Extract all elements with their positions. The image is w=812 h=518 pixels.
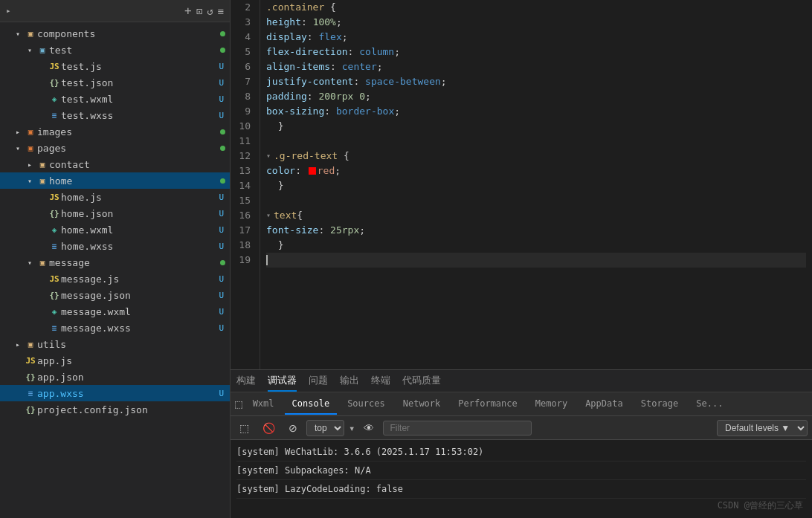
file-type-icon-message-wxml: ◈ [48,307,61,317]
file-name-message-json: message.json [61,290,219,301]
file-name-app-json: app.json [37,372,230,383]
line-number-9: 9 [236,104,251,119]
line-number-3: 3 [236,15,251,30]
devtools-tab-memory[interactable]: Memory [528,394,575,415]
code-line-10: } [266,119,806,134]
file-type-icon-test-folder: ▣ [36,45,49,55]
bottom-tab-issues[interactable]: 问题 [309,371,328,392]
tree-item-message-wxml[interactable]: ◈message.wxmlU [0,303,230,320]
dot-indicator-components [220,31,225,36]
file-name-pages: pages [37,143,230,154]
tree-item-pages[interactable]: ▾▣pages [0,140,230,156]
devtools-tab-more[interactable]: Se... [689,394,730,415]
tree-item-home-json[interactable]: {}home.jsonU [0,205,230,221]
tree-item-message-json[interactable]: {}message.jsonU [0,287,230,303]
badge-message-wxss: U [219,323,224,333]
tree-item-home-wxml[interactable]: ◈home.wxmlU [0,221,230,238]
tree-arrow-message-folder[interactable]: ▾ [24,259,36,267]
inspect-btn[interactable]: ⬚ [235,421,254,436]
bottom-tab-terminal[interactable]: 终端 [371,371,390,392]
refresh-btn[interactable]: ↺ [207,5,213,17]
tree-item-images[interactable]: ▸▣images [0,123,230,140]
tree-item-test-wxss[interactable]: ≡test.wxssU [0,107,230,123]
tree-item-message-folder[interactable]: ▾▣message [0,254,230,271]
tree-item-components[interactable]: ▾▣components [0,25,230,42]
devtools-tab-console[interactable]: Console [285,394,338,415]
tree-item-utils[interactable]: ▸▣utils [0,336,230,352]
tree-item-home-js[interactable]: JShome.jsU [0,189,230,205]
filter-input[interactable] [383,421,532,436]
more-btn[interactable]: ≡ [218,5,224,17]
file-name-home-wxss: home.wxss [61,241,219,252]
code-line-15 [266,193,806,208]
file-name-test-js: test.js [61,61,219,72]
line-number-16: 16 [236,208,251,223]
tree-arrow-contact[interactable]: ▸ [24,161,36,169]
tree-item-app-json[interactable]: {}app.json [0,369,230,385]
devtools-inspect-icon[interactable]: ⬚ [235,397,242,411]
badge-message-wxml: U [219,307,224,317]
file-name-home-js: home.js [61,192,219,203]
devtools-tab-storage[interactable]: Storage [634,394,686,415]
level-select[interactable]: Default levels ▼ [717,420,808,436]
css-value-9: border-box [336,104,394,119]
file-name-home-folder: home [49,175,230,187]
file-name-test-wxml: test.wxml [61,94,219,105]
add-file-btn[interactable]: + [184,4,192,18]
stop-btn[interactable]: ⊘ [284,421,302,436]
tree-arrow-components[interactable]: ▾ [12,30,24,38]
console-line: [system] Subpackages: N/A [236,462,806,480]
tree-item-test-wxml[interactable]: ◈test.wxmlU [0,91,230,107]
tree-arrow-images[interactable]: ▸ [12,128,24,136]
devtools-tab-wxml[interactable]: Wxml [245,394,282,415]
devtools-tab-sources[interactable]: Sources [340,394,393,415]
line-number-12: 12 [236,149,251,164]
tree-arrow-test-folder[interactable]: ▾ [24,46,36,54]
css-value-8: 200rpx 0 [318,89,365,104]
bottom-tab-code-quality[interactable]: 代码质量 [402,371,441,392]
tree-item-contact[interactable]: ▸▣contact [0,156,230,172]
devtools-tab-performance[interactable]: Performance [451,394,524,415]
line-number-10: 10 [236,119,251,134]
devtools-tab-appdata[interactable]: AppData [578,394,631,415]
tree-item-home-folder[interactable]: ▾▣home [0,172,230,189]
file-name-contact: contact [49,159,230,170]
tree-arrow-utils[interactable]: ▸ [12,340,24,349]
fold-arrow-16[interactable]: ▾ [266,208,271,223]
tree-item-message-wxss[interactable]: ≡message.wxssU [0,320,230,336]
line-number-15: 15 [236,193,251,208]
context-select[interactable]: top [306,420,344,436]
color-swatch-red[interactable] [309,167,316,175]
bottom-tab-build[interactable]: 构建 [236,371,256,392]
tree-item-app-js[interactable]: JSapp.js [0,352,230,369]
fold-arrow-12[interactable]: ▾ [266,149,271,164]
tree-item-app-wxss[interactable]: ≡app.wxssU [0,385,230,401]
css-prop-5: flex-direction [266,45,348,59]
code-line-17: font-size: 25rpx; [266,223,806,238]
tree-arrow-pages[interactable]: ▾ [12,144,24,152]
tree-item-project-config[interactable]: {}project.config.json [0,401,230,418]
sidebar-collapse-arrow[interactable]: ▸ [6,6,11,16]
badge-home-wxml: U [219,225,224,235]
tree-item-test-json[interactable]: {}test.jsonU [0,74,230,91]
tree-arrow-home-folder[interactable]: ▾ [24,177,36,185]
badge-home-wxss: U [219,242,224,251]
clear-console-btn[interactable]: 🚫 [258,421,280,436]
bottom-panel: 构建调试器问题输出终端代码质量 ⬚WxmlConsoleSourcesNetwo… [231,369,812,518]
bottom-tab-debugger[interactable]: 调试器 [268,371,297,392]
eye-btn[interactable]: 👁 [359,421,378,436]
code-content[interactable]: .container { height: 100%; display: flex… [260,0,812,369]
tree-item-test-js[interactable]: JStest.jsU [0,58,230,74]
tree-item-test-folder[interactable]: ▾▣test [0,42,230,58]
tree-item-message-js[interactable]: JSmessage.jsU [0,271,230,287]
file-tree-sidebar: ▸ + ⊡ ↺ ≡ ▾▣components▾▣testJStest.jsU{}… [0,0,231,518]
bottom-tab-output[interactable]: 输出 [340,371,359,392]
file-type-icon-test-wxml: ◈ [48,94,61,104]
sidebar-header: ▸ + ⊡ ↺ ≡ [0,0,230,22]
tree-item-home-wxss[interactable]: ≡home.wxssU [0,238,230,254]
code-line-3: height: 100%; [266,15,806,30]
file-type-icon-home-folder: ▣ [36,176,49,186]
file-name-test-json: test.json [61,77,219,88]
devtools-tab-network[interactable]: Network [396,394,448,415]
add-folder-btn[interactable]: ⊡ [196,5,202,17]
